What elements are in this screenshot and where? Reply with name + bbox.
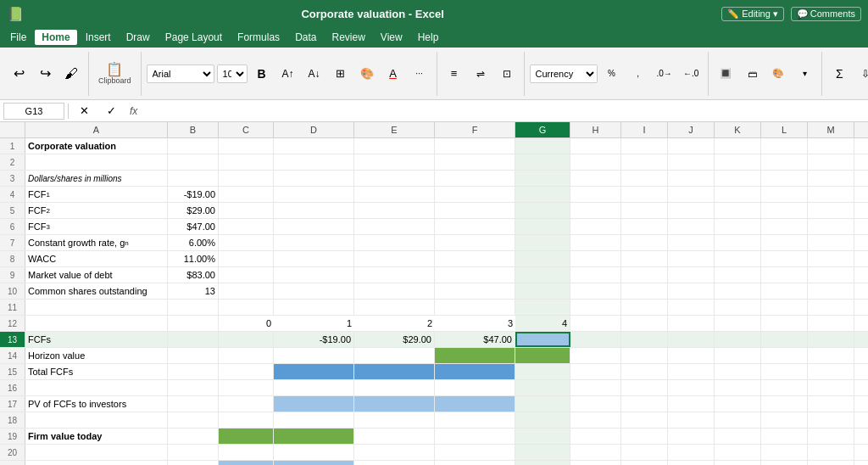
cell-G1[interactable]	[515, 138, 570, 154]
cell-E12[interactable]: 2	[354, 316, 435, 331]
cell-L10[interactable]	[761, 283, 808, 299]
cell-B13[interactable]	[168, 332, 219, 347]
col-header-L[interactable]: L	[761, 122, 808, 137]
cell-G11[interactable]	[515, 300, 570, 315]
cell-J5[interactable]	[668, 203, 715, 218]
cell-L7[interactable]	[761, 235, 808, 250]
cell-L15[interactable]	[761, 364, 808, 379]
number-format-select[interactable]: Currency	[530, 64, 598, 83]
cell-H7[interactable]	[570, 235, 621, 250]
menu-review[interactable]: Review	[325, 30, 371, 45]
cell-L2[interactable]	[761, 154, 808, 170]
cell-N8[interactable]	[854, 251, 868, 266]
cell-N16[interactable]	[854, 380, 868, 395]
cell-C9[interactable]	[219, 267, 274, 283]
confirm-button[interactable]: ✓	[99, 103, 123, 119]
cell-H13[interactable]	[570, 332, 621, 347]
cell-J1[interactable]	[668, 138, 715, 154]
cell-B16[interactable]	[168, 380, 219, 395]
cell-C5[interactable]	[219, 203, 274, 218]
cell-A18[interactable]	[25, 412, 168, 428]
cell-B7[interactable]: 6.00%	[168, 235, 219, 250]
comments-button[interactable]: 💬 Comments	[791, 7, 861, 21]
cell-J9[interactable]	[668, 267, 715, 283]
row-num-15[interactable]: 15	[0, 364, 25, 379]
cell-K17[interactable]	[715, 396, 761, 412]
col-header-K[interactable]: K	[715, 122, 761, 137]
col-header-I[interactable]: I	[621, 122, 668, 137]
formula-input[interactable]	[144, 103, 865, 120]
fill-color-button[interactable]: 🎨	[355, 65, 379, 81]
cell-M10[interactable]	[808, 283, 854, 299]
cell-J3[interactable]	[668, 171, 715, 186]
cell-H1[interactable]	[570, 138, 621, 154]
cell-A21[interactable]: Market value of equity, MVEquity	[25, 461, 168, 465]
cell-N11[interactable]	[854, 300, 868, 315]
cell-G14[interactable]	[515, 348, 570, 363]
col-header-N[interactable]: N	[854, 122, 868, 137]
align-button[interactable]: ≡	[442, 65, 466, 81]
cell-I4[interactable]	[621, 187, 668, 202]
clipboard-button[interactable]: 📋Clipboard	[94, 61, 136, 87]
cell-J19[interactable]	[668, 429, 715, 444]
cell-C13[interactable]	[219, 332, 274, 347]
cell-L4[interactable]	[761, 187, 808, 202]
cell-H21[interactable]	[570, 461, 621, 465]
cell-K7[interactable]	[715, 235, 761, 250]
cell-A11[interactable]	[25, 300, 168, 315]
percent-button[interactable]: %	[600, 67, 624, 80]
cell-C18[interactable]	[219, 412, 274, 428]
cell-E20[interactable]	[354, 445, 435, 460]
cell-F11[interactable]	[435, 300, 515, 315]
cell-A14[interactable]: Horizon value	[25, 348, 168, 363]
cell-H20[interactable]	[570, 445, 621, 460]
cell-G7[interactable]	[515, 235, 570, 250]
cell-A2[interactable]	[25, 154, 168, 170]
cell-K9[interactable]	[715, 267, 761, 283]
cell-C8[interactable]	[219, 251, 274, 266]
cell-C6[interactable]	[219, 219, 274, 234]
cell-G5[interactable]	[515, 203, 570, 218]
cell-E21[interactable]	[354, 461, 435, 465]
cell-J8[interactable]	[668, 251, 715, 266]
cell-I3[interactable]	[621, 171, 668, 186]
cell-M18[interactable]	[808, 412, 854, 428]
row-num-20[interactable]: 20	[0, 445, 25, 460]
cell-G17[interactable]	[515, 396, 570, 412]
cell-E1[interactable]	[354, 138, 435, 154]
cell-K20[interactable]	[715, 445, 761, 460]
cell-A3[interactable]: Dollars/shares in millions	[25, 171, 168, 186]
row-num-18[interactable]: 18	[0, 412, 25, 428]
col-header-M[interactable]: M	[808, 122, 854, 137]
cell-H12[interactable]	[570, 316, 621, 331]
cell-J6[interactable]	[668, 219, 715, 234]
cell-F5[interactable]	[435, 203, 515, 218]
increase-font-button[interactable]: A↑	[276, 66, 300, 81]
cell-H5[interactable]	[570, 203, 621, 218]
cell-J4[interactable]	[668, 187, 715, 202]
cell-D16[interactable]	[274, 380, 354, 395]
cell-N21[interactable]	[854, 461, 868, 465]
cell-A19[interactable]: Firm value today	[25, 429, 168, 444]
cell-L3[interactable]	[761, 171, 808, 186]
cell-G6[interactable]	[515, 219, 570, 234]
cell-F17[interactable]	[435, 396, 515, 412]
cell-N10[interactable]	[854, 283, 868, 299]
row-num-13[interactable]: 13	[0, 332, 25, 347]
col-header-J[interactable]: J	[668, 122, 715, 137]
cell-E14[interactable]	[354, 348, 435, 363]
cell-C15[interactable]	[219, 364, 274, 379]
cell-B21[interactable]	[168, 461, 219, 465]
cell-N7[interactable]	[854, 235, 868, 250]
cell-C14[interactable]	[219, 348, 274, 363]
cell-E4[interactable]	[354, 187, 435, 202]
cell-J16[interactable]	[668, 380, 715, 395]
editing-badge[interactable]: ✏️ Editing ▾	[721, 7, 784, 21]
cell-K21[interactable]	[715, 461, 761, 465]
cell-D14[interactable]	[274, 348, 354, 363]
cell-M3[interactable]	[808, 171, 854, 186]
cell-G4[interactable]	[515, 187, 570, 202]
cell-C2[interactable]	[219, 154, 274, 170]
cell-J21[interactable]	[668, 461, 715, 465]
cell-I13[interactable]	[621, 332, 668, 347]
